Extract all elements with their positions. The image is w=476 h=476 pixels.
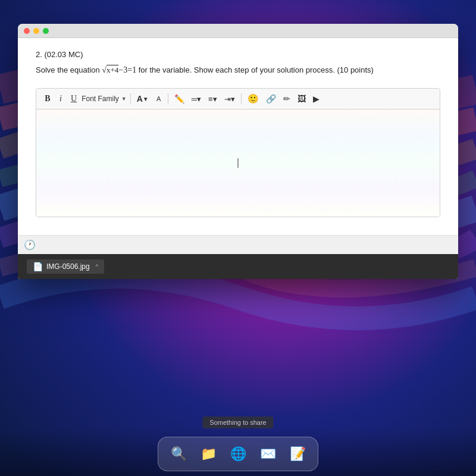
dock: 🔍 📁 🌐 ✉️ 📝	[158, 437, 318, 471]
text-color-button[interactable]: ✏️	[172, 92, 187, 105]
browser-chrome	[18, 24, 458, 38]
image-icon: 🖼	[298, 94, 306, 104]
indent-button[interactable]: ⇥▾	[222, 92, 237, 105]
clock-icon: 🕐	[24, 239, 36, 250]
dock-icon-notes[interactable]: 📝	[284, 441, 311, 467]
font-size-arrow: ▼	[143, 96, 149, 102]
text-cursor	[238, 158, 239, 168]
font-family-dropdown-arrow[interactable]: ▼	[121, 96, 127, 102]
editor-toolbar: B i U Font Family ▼ A ▼ A	[36, 89, 440, 109]
question-text-before: Solve the equation	[36, 65, 102, 74]
media-button[interactable]: ▶	[311, 92, 322, 105]
math-rest: −3=1	[118, 65, 136, 74]
toolbar-divider-3	[241, 93, 242, 104]
pencil-icon: ✏️	[174, 94, 184, 104]
text-editor: B i U Font Family ▼ A ▼ A	[36, 88, 440, 217]
sqrt-symbol: √	[102, 65, 107, 74]
emoji-icon: 🙂	[248, 93, 259, 104]
dock-icon-files[interactable]: 📁	[195, 441, 221, 467]
font-size-large-label: A	[137, 94, 143, 104]
fullscreen-button-dot[interactable]	[43, 28, 49, 34]
align-left-button[interactable]: ═▾	[189, 92, 203, 105]
desktop: 2. (02.03 MC) Solve the equation √x+4−3=…	[0, 0, 476, 476]
download-item[interactable]: 📄 IMG-0506.jpg ^	[27, 259, 104, 274]
link-button[interactable]: 🔗	[264, 92, 278, 105]
minimize-button-dot[interactable]	[33, 28, 39, 34]
italic-button[interactable]: i	[55, 92, 66, 105]
share-bar-text: Something to share	[209, 419, 266, 426]
dock-icon-finder[interactable]: 🔍	[165, 441, 192, 467]
math-under-root: x+4	[107, 65, 118, 74]
align-left-icon: ═▾	[192, 95, 201, 104]
bottom-bar: 🕐	[18, 235, 458, 254]
dock-area: 🔍 📁 🌐 ✉️ 📝	[0, 428, 476, 476]
file-icon: 📄	[33, 262, 43, 271]
dock-icon-browser[interactable]: 🌐	[225, 441, 251, 467]
question-text: Solve the equation √x+4−3=1 for the vari…	[36, 64, 440, 76]
toolbar-divider-2	[168, 93, 168, 104]
browser-window: 2. (02.03 MC) Solve the equation √x+4−3=…	[18, 24, 458, 279]
image-button[interactable]: 🖼	[295, 92, 308, 105]
download-chevron-icon[interactable]: ^	[96, 264, 99, 270]
math-expression: √x+4−3=1	[102, 65, 138, 74]
list-button[interactable]: ≡▾	[206, 92, 220, 105]
downloads-bar: 📄 IMG-0506.jpg ^	[18, 254, 458, 279]
content-area: 2. (02.03 MC) Solve the equation √x+4−3=…	[18, 38, 458, 235]
play-icon: ▶	[313, 94, 320, 104]
close-button-dot[interactable]	[24, 28, 30, 34]
bold-button[interactable]: B	[42, 92, 53, 105]
list-icon: ≡▾	[208, 95, 217, 104]
download-filename: IMG-0506.jpg	[46, 262, 90, 271]
dock-icon-mail[interactable]: ✉️	[255, 441, 281, 467]
font-size-small-label: A	[156, 95, 161, 102]
indent-icon: ⇥▾	[224, 95, 235, 104]
edit-button[interactable]: ✏	[281, 92, 293, 105]
font-size-small-button[interactable]: A	[154, 92, 164, 105]
font-size-large-button[interactable]: A ▼	[134, 92, 151, 105]
question-number: 2. (02.03 MC)	[36, 50, 440, 59]
edit-icon: ✏	[283, 94, 290, 104]
toolbar-divider-1	[130, 93, 131, 104]
link-icon: 🔗	[266, 94, 276, 104]
emoji-button[interactable]: 🙂	[245, 92, 261, 105]
underline-button[interactable]: U	[68, 92, 79, 105]
question-text-after: for the variable. Show each step of your…	[139, 65, 374, 74]
editor-body[interactable]	[36, 109, 440, 217]
font-family-selector[interactable]: Font Family	[82, 95, 119, 103]
share-bar: Something to share	[202, 416, 273, 428]
